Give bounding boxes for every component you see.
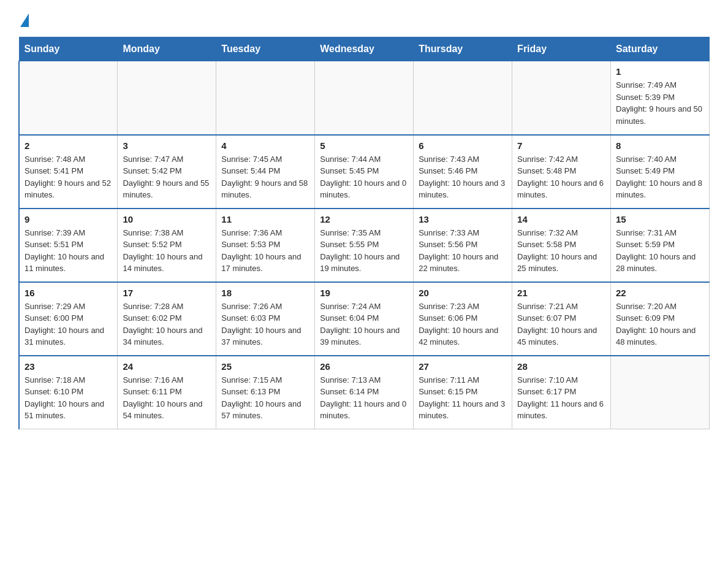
day-info: Sunrise: 7:31 AM Sunset: 5:59 PM Dayligh… bbox=[616, 227, 704, 275]
calendar-cell: 11Sunrise: 7:36 AM Sunset: 5:53 PM Dayli… bbox=[216, 209, 315, 282]
calendar-cell: 21Sunrise: 7:21 AM Sunset: 6:07 PM Dayli… bbox=[512, 282, 611, 356]
calendar-day-header: Saturday bbox=[611, 37, 710, 61]
day-info: Sunrise: 7:42 AM Sunset: 5:48 PM Dayligh… bbox=[517, 153, 605, 201]
day-info: Sunrise: 7:45 AM Sunset: 5:44 PM Dayligh… bbox=[221, 153, 309, 201]
page-header bbox=[18, 12, 710, 25]
calendar-cell: 24Sunrise: 7:16 AM Sunset: 6:11 PM Dayli… bbox=[118, 356, 216, 429]
day-info: Sunrise: 7:15 AM Sunset: 6:13 PM Dayligh… bbox=[221, 374, 309, 422]
day-number: 4 bbox=[221, 140, 309, 151]
calendar-cell: 26Sunrise: 7:13 AM Sunset: 6:14 PM Dayli… bbox=[315, 356, 414, 429]
calendar-day-header: Sunday bbox=[19, 37, 118, 61]
calendar-cell: 15Sunrise: 7:31 AM Sunset: 5:59 PM Dayli… bbox=[611, 209, 710, 282]
calendar-day-header: Wednesday bbox=[315, 37, 414, 61]
calendar-cell bbox=[118, 61, 216, 135]
day-info: Sunrise: 7:36 AM Sunset: 5:53 PM Dayligh… bbox=[221, 227, 309, 275]
day-number: 18 bbox=[221, 288, 309, 298]
calendar-cell: 8Sunrise: 7:40 AM Sunset: 5:49 PM Daylig… bbox=[611, 135, 710, 209]
day-number: 28 bbox=[517, 361, 605, 372]
day-info: Sunrise: 7:11 AM Sunset: 6:15 PM Dayligh… bbox=[419, 374, 507, 422]
calendar-week-row: 16Sunrise: 7:29 AM Sunset: 6:00 PM Dayli… bbox=[19, 282, 710, 356]
day-info: Sunrise: 7:10 AM Sunset: 6:17 PM Dayligh… bbox=[517, 374, 605, 422]
day-info: Sunrise: 7:35 AM Sunset: 5:55 PM Dayligh… bbox=[320, 227, 408, 275]
day-info: Sunrise: 7:39 AM Sunset: 5:51 PM Dayligh… bbox=[25, 227, 112, 275]
day-number: 16 bbox=[25, 288, 112, 298]
day-info: Sunrise: 7:21 AM Sunset: 6:07 PM Dayligh… bbox=[517, 301, 605, 348]
day-info: Sunrise: 7:32 AM Sunset: 5:58 PM Dayligh… bbox=[517, 227, 605, 275]
calendar-cell: 9Sunrise: 7:39 AM Sunset: 5:51 PM Daylig… bbox=[19, 209, 118, 282]
day-number: 23 bbox=[25, 361, 112, 372]
day-number: 14 bbox=[517, 214, 605, 224]
calendar-cell: 1Sunrise: 7:49 AM Sunset: 5:39 PM Daylig… bbox=[611, 61, 710, 135]
calendar-header-row: SundayMondayTuesdayWednesdayThursdayFrid… bbox=[19, 37, 710, 61]
calendar-cell bbox=[512, 61, 611, 135]
day-number: 11 bbox=[221, 214, 309, 224]
calendar-table: SundayMondayTuesdayWednesdayThursdayFrid… bbox=[18, 37, 710, 429]
day-number: 26 bbox=[320, 361, 408, 372]
day-number: 24 bbox=[123, 361, 211, 372]
day-number: 9 bbox=[25, 214, 112, 224]
logo-triangle-icon bbox=[20, 13, 29, 27]
calendar-cell: 18Sunrise: 7:26 AM Sunset: 6:03 PM Dayli… bbox=[216, 282, 315, 356]
day-info: Sunrise: 7:44 AM Sunset: 5:45 PM Dayligh… bbox=[320, 153, 408, 201]
logo bbox=[18, 12, 29, 25]
calendar-day-header: Friday bbox=[512, 37, 611, 61]
calendar-cell: 5Sunrise: 7:44 AM Sunset: 5:45 PM Daylig… bbox=[315, 135, 414, 209]
calendar-day-header: Thursday bbox=[414, 37, 512, 61]
day-number: 22 bbox=[616, 288, 704, 298]
calendar-cell: 16Sunrise: 7:29 AM Sunset: 6:00 PM Dayli… bbox=[19, 282, 118, 356]
day-info: Sunrise: 7:26 AM Sunset: 6:03 PM Dayligh… bbox=[221, 301, 309, 348]
day-number: 2 bbox=[25, 140, 112, 151]
day-number: 27 bbox=[419, 361, 507, 372]
calendar-day-header: Monday bbox=[118, 37, 216, 61]
day-info: Sunrise: 7:20 AM Sunset: 6:09 PM Dayligh… bbox=[616, 301, 704, 348]
calendar-cell: 12Sunrise: 7:35 AM Sunset: 5:55 PM Dayli… bbox=[315, 209, 414, 282]
day-info: Sunrise: 7:43 AM Sunset: 5:46 PM Dayligh… bbox=[419, 153, 507, 201]
calendar-cell: 28Sunrise: 7:10 AM Sunset: 6:17 PM Dayli… bbox=[512, 356, 611, 429]
day-info: Sunrise: 7:13 AM Sunset: 6:14 PM Dayligh… bbox=[320, 374, 408, 422]
calendar-cell: 7Sunrise: 7:42 AM Sunset: 5:48 PM Daylig… bbox=[512, 135, 611, 209]
day-number: 3 bbox=[123, 140, 211, 151]
calendar-cell: 4Sunrise: 7:45 AM Sunset: 5:44 PM Daylig… bbox=[216, 135, 315, 209]
calendar-week-row: 9Sunrise: 7:39 AM Sunset: 5:51 PM Daylig… bbox=[19, 209, 710, 282]
day-number: 13 bbox=[419, 214, 507, 224]
calendar-cell: 19Sunrise: 7:24 AM Sunset: 6:04 PM Dayli… bbox=[315, 282, 414, 356]
day-number: 5 bbox=[320, 140, 408, 151]
day-info: Sunrise: 7:33 AM Sunset: 5:56 PM Dayligh… bbox=[419, 227, 507, 275]
calendar-cell: 14Sunrise: 7:32 AM Sunset: 5:58 PM Dayli… bbox=[512, 209, 611, 282]
day-info: Sunrise: 7:40 AM Sunset: 5:49 PM Dayligh… bbox=[616, 153, 704, 201]
calendar-cell bbox=[19, 61, 118, 135]
calendar-cell: 6Sunrise: 7:43 AM Sunset: 5:46 PM Daylig… bbox=[414, 135, 512, 209]
day-number: 17 bbox=[123, 288, 211, 298]
calendar-cell bbox=[611, 356, 710, 429]
day-info: Sunrise: 7:28 AM Sunset: 6:02 PM Dayligh… bbox=[123, 301, 211, 348]
day-number: 12 bbox=[320, 214, 408, 224]
calendar-cell: 20Sunrise: 7:23 AM Sunset: 6:06 PM Dayli… bbox=[414, 282, 512, 356]
calendar-day-header: Tuesday bbox=[216, 37, 315, 61]
calendar-cell: 22Sunrise: 7:20 AM Sunset: 6:09 PM Dayli… bbox=[611, 282, 710, 356]
day-info: Sunrise: 7:18 AM Sunset: 6:10 PM Dayligh… bbox=[25, 374, 112, 422]
calendar-week-row: 23Sunrise: 7:18 AM Sunset: 6:10 PM Dayli… bbox=[19, 356, 710, 429]
calendar-cell: 17Sunrise: 7:28 AM Sunset: 6:02 PM Dayli… bbox=[118, 282, 216, 356]
day-number: 15 bbox=[616, 214, 704, 224]
calendar-cell: 3Sunrise: 7:47 AM Sunset: 5:42 PM Daylig… bbox=[118, 135, 216, 209]
day-info: Sunrise: 7:29 AM Sunset: 6:00 PM Dayligh… bbox=[25, 301, 112, 348]
day-number: 21 bbox=[517, 288, 605, 298]
calendar-cell bbox=[216, 61, 315, 135]
day-number: 25 bbox=[221, 361, 309, 372]
calendar-cell: 10Sunrise: 7:38 AM Sunset: 5:52 PM Dayli… bbox=[118, 209, 216, 282]
day-info: Sunrise: 7:16 AM Sunset: 6:11 PM Dayligh… bbox=[123, 374, 211, 422]
calendar-cell: 2Sunrise: 7:48 AM Sunset: 5:41 PM Daylig… bbox=[19, 135, 118, 209]
day-number: 20 bbox=[419, 288, 507, 298]
day-info: Sunrise: 7:38 AM Sunset: 5:52 PM Dayligh… bbox=[123, 227, 211, 275]
calendar-week-row: 2Sunrise: 7:48 AM Sunset: 5:41 PM Daylig… bbox=[19, 135, 710, 209]
calendar-week-row: 1Sunrise: 7:49 AM Sunset: 5:39 PM Daylig… bbox=[19, 61, 710, 135]
calendar-cell: 25Sunrise: 7:15 AM Sunset: 6:13 PM Dayli… bbox=[216, 356, 315, 429]
day-info: Sunrise: 7:23 AM Sunset: 6:06 PM Dayligh… bbox=[419, 301, 507, 348]
day-number: 6 bbox=[419, 140, 507, 151]
day-info: Sunrise: 7:24 AM Sunset: 6:04 PM Dayligh… bbox=[320, 301, 408, 348]
day-number: 7 bbox=[517, 140, 605, 151]
day-info: Sunrise: 7:48 AM Sunset: 5:41 PM Dayligh… bbox=[25, 153, 112, 201]
calendar-cell: 23Sunrise: 7:18 AM Sunset: 6:10 PM Dayli… bbox=[19, 356, 118, 429]
day-info: Sunrise: 7:49 AM Sunset: 5:39 PM Dayligh… bbox=[616, 79, 704, 127]
day-number: 1 bbox=[616, 66, 704, 77]
